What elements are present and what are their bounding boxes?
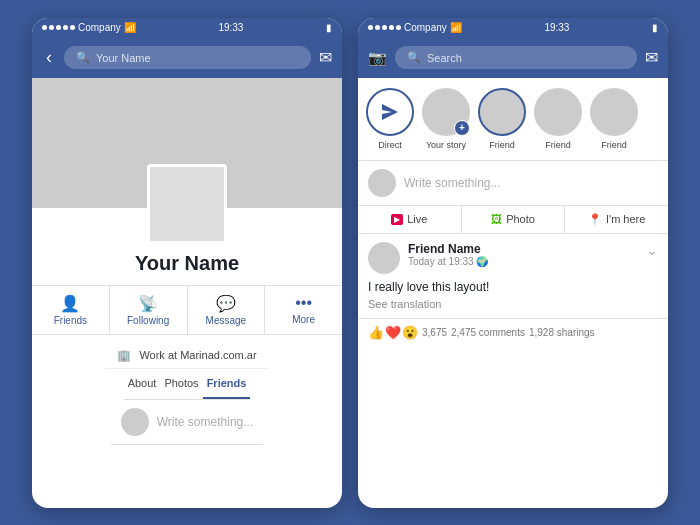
- live-button[interactable]: ▶ Live: [358, 206, 462, 233]
- battery-icon-right: ▮: [652, 22, 658, 33]
- post-actions-bar: ▶ Live 🖼 Photo 📍 I'm here: [358, 206, 668, 234]
- battery-icon: ▮: [326, 22, 332, 33]
- signal-dot: [49, 25, 54, 30]
- friends-button[interactable]: 👤 Friends: [32, 286, 110, 334]
- time-label-right: 19:33: [544, 22, 569, 33]
- friends-icon: 👤: [60, 294, 80, 313]
- more-button[interactable]: ••• More: [265, 286, 342, 334]
- heart-emoji: ❤️: [385, 325, 401, 340]
- reactions-row: 👍 ❤️ 😮 3,675 2,475 comments 1,928 sharin…: [358, 319, 668, 346]
- story-friend-2[interactable]: Friend: [534, 88, 582, 150]
- story-direct[interactable]: Direct: [366, 88, 414, 150]
- cover-photo: [32, 78, 342, 208]
- friend-label-2: Friend: [545, 140, 571, 150]
- message-icon: 💬: [216, 294, 236, 313]
- write-post-placeholder: Write something...: [404, 176, 500, 190]
- more-icon: •••: [295, 294, 312, 312]
- signal-dot: [389, 25, 394, 30]
- post-author-avatar: [368, 242, 400, 274]
- nav-bar-left: ‹ 🔍 Your Name ✉: [32, 38, 342, 78]
- signal-dot: [382, 25, 387, 30]
- following-button[interactable]: 📡 Following: [110, 286, 188, 334]
- signal-dot: [42, 25, 47, 30]
- friend-label-3: Friend: [601, 140, 627, 150]
- story-friend-3[interactable]: Friend: [590, 88, 638, 150]
- live-icon: ▶: [391, 214, 403, 225]
- messenger-icon-right[interactable]: ✉: [645, 48, 658, 67]
- search-icon-right: 🔍: [407, 51, 421, 64]
- feed-post: Friend Name Today at 19:33 🌍 ⌄ I really …: [358, 234, 668, 319]
- direct-label: Direct: [378, 140, 402, 150]
- wifi-icon-right: 📶: [450, 22, 462, 33]
- following-label: Following: [127, 315, 169, 326]
- more-label: More: [292, 314, 315, 325]
- tab-photos[interactable]: Photos: [160, 369, 202, 399]
- friends-label: Friends: [54, 315, 87, 326]
- post-header: Friend Name Today at 19:33 🌍 ⌄: [368, 242, 658, 274]
- signal-dot: [56, 25, 61, 30]
- profile-picture[interactable]: [147, 164, 227, 244]
- back-button[interactable]: ‹: [42, 45, 56, 70]
- nav-bar-right: 📷 🔍 Search ✉: [358, 38, 668, 78]
- post-body-text: I really love this layout!: [368, 280, 658, 294]
- wifi-icon: 📶: [124, 22, 136, 33]
- profile-tabs: About Photos Friends: [124, 369, 251, 400]
- chevron-down-icon[interactable]: ⌄: [646, 242, 658, 258]
- signal-dot: [63, 25, 68, 30]
- friend-label-1: Friend: [489, 140, 515, 150]
- reaction-count: 3,675: [422, 327, 447, 338]
- like-emoji: 👍: [368, 325, 384, 340]
- see-translation-link[interactable]: See translation: [368, 298, 658, 310]
- right-phone: Company 📶 19:33 ▮ 📷 🔍 Search ✉: [358, 18, 668, 508]
- friend-circle-2: [534, 88, 582, 136]
- left-phone: Company 📶 19:33 ▮ ‹ 🔍 Your Name ✉ Yo: [32, 18, 342, 508]
- friend-circle-1: [478, 88, 526, 136]
- location-icon: 📍: [588, 213, 602, 226]
- search-placeholder: Your Name: [96, 52, 151, 64]
- post-author-name: Friend Name: [408, 242, 638, 256]
- work-text: Work at Marinad.com.ar: [139, 349, 256, 361]
- tab-about[interactable]: About: [124, 369, 161, 399]
- story-yours[interactable]: + Your story: [422, 88, 470, 150]
- sharings-count: 1,928 sharings: [529, 327, 595, 338]
- time-label: 19:33: [218, 22, 243, 33]
- tab-friends[interactable]: Friends: [203, 369, 251, 399]
- friend-circle-3: [590, 88, 638, 136]
- profile-name: Your Name: [135, 252, 239, 275]
- work-icon: 🏢: [117, 349, 131, 362]
- post-meta: Friend Name Today at 19:33 🌍: [408, 242, 638, 267]
- story-friend-1[interactable]: Friend: [478, 88, 526, 150]
- write-placeholder-left: Write something...: [157, 415, 253, 429]
- photo-button[interactable]: 🖼 Photo: [462, 206, 566, 233]
- signal-dot: [375, 25, 380, 30]
- carrier-label: Company: [78, 22, 121, 33]
- write-post-right[interactable]: Write something...: [358, 161, 668, 206]
- signal-dot: [368, 25, 373, 30]
- search-bar-left[interactable]: 🔍 Your Name: [64, 46, 311, 69]
- signal-dot: [396, 25, 401, 30]
- direct-icon: [378, 100, 402, 124]
- post-time: Today at 19:33 🌍: [408, 256, 638, 267]
- globe-icon: 🌍: [476, 256, 488, 267]
- messenger-icon[interactable]: ✉: [319, 48, 332, 67]
- photo-label: Photo: [506, 213, 535, 225]
- following-icon: 📡: [138, 294, 158, 313]
- live-label: Live: [407, 213, 427, 225]
- post-avatar-placeholder: [368, 169, 396, 197]
- camera-icon[interactable]: 📷: [368, 49, 387, 67]
- im-here-button[interactable]: 📍 I'm here: [565, 206, 668, 233]
- comments-count: 2,475 comments: [451, 327, 525, 338]
- direct-circle: [366, 88, 414, 136]
- search-bar-right[interactable]: 🔍 Search: [395, 46, 637, 69]
- status-bar-right: Company 📶 19:33 ▮: [358, 18, 668, 38]
- action-buttons-row: 👤 Friends 📡 Following 💬 Message ••• More: [32, 285, 342, 335]
- signal-dot: [70, 25, 75, 30]
- mini-avatar: [121, 408, 149, 436]
- your-story-circle: +: [422, 88, 470, 136]
- work-info: 🏢 Work at Marinad.com.ar: [105, 343, 268, 369]
- write-something-left[interactable]: Write something...: [111, 400, 263, 445]
- search-icon: 🔍: [76, 51, 90, 64]
- message-button[interactable]: 💬 Message: [188, 286, 266, 334]
- message-label: Message: [206, 315, 247, 326]
- search-placeholder-right: Search: [427, 52, 462, 64]
